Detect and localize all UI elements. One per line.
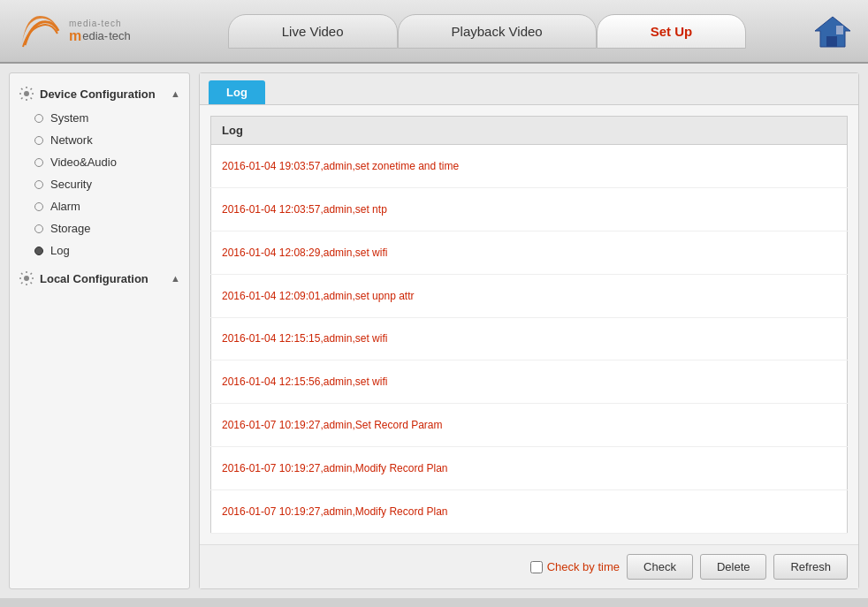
radio-system	[34, 114, 43, 123]
content-wrapper: Device Configuration ▲ System Network Vi…	[0, 64, 868, 598]
log-column-header: Log	[211, 117, 848, 145]
log-entry: 2016-01-04 12:15:15,admin,set wifi	[211, 317, 848, 360]
main-content: Log Log 2016-01-04 19:03:57,admin,set zo…	[199, 72, 859, 589]
radio-log	[34, 247, 43, 255]
svg-point-3	[24, 91, 29, 96]
table-row: 2016-01-04 12:15:56,admin,set wifi	[211, 360, 848, 404]
log-table: Log 2016-01-04 19:03:57,admin,set zoneti…	[210, 116, 848, 534]
sidebar: Device Configuration ▲ System Network Vi…	[9, 72, 190, 589]
log-entry: 2016-01-04 12:09:01,admin,set upnp attr	[211, 274, 848, 317]
log-entry: 2016-01-04 12:08:29,admin,set wifi	[211, 231, 848, 274]
check-button[interactable]: Check	[627, 554, 693, 580]
tab-live-video[interactable]: Live Video	[228, 14, 398, 49]
table-row: 2016-01-04 12:03:57,admin,set ntp	[211, 187, 848, 231]
gear-icon-local	[19, 270, 34, 286]
local-config-section: Local Configuration ▲	[10, 265, 189, 292]
log-tab-button[interactable]: Log	[209, 80, 265, 104]
svg-rect-2	[836, 26, 843, 34]
sidebar-item-log[interactable]: Log	[10, 239, 189, 262]
check-by-time-label[interactable]: Check by time	[530, 560, 620, 573]
log-entry: 2016-01-07 10:19:27,admin,Modify Record …	[211, 447, 848, 490]
table-row: 2016-01-07 10:19:27,admin,Modify Record …	[211, 447, 848, 490]
log-entry: 2016-01-07 10:19:27,admin,Set Record Par…	[211, 404, 848, 447]
delete-button[interactable]: Delete	[700, 554, 767, 580]
check-by-time-text: Check by time	[547, 560, 620, 573]
device-config-label: Device Configuration	[40, 87, 156, 101]
svg-point-4	[24, 276, 29, 281]
home-icon	[813, 13, 852, 49]
log-entry: 2016-01-04 19:03:57,admin,set zonetime a…	[211, 145, 848, 188]
sidebar-item-storage[interactable]: Storage	[10, 217, 189, 239]
logo-text: media-tech m edia- tech	[69, 19, 131, 44]
log-entry: 2016-01-04 12:03:57,admin,set ntp	[211, 187, 848, 231]
local-config-label: Local Configuration	[40, 272, 148, 285]
gear-icon	[19, 86, 34, 102]
local-config-header[interactable]: Local Configuration ▲	[10, 265, 189, 292]
sidebar-item-alarm[interactable]: Alarm	[10, 195, 189, 217]
radio-network	[34, 136, 43, 145]
tab-playback-video[interactable]: Playback Video	[398, 14, 597, 49]
check-by-time-checkbox[interactable]	[530, 561, 543, 573]
refresh-button[interactable]: Refresh	[773, 554, 848, 580]
logo-icon	[18, 11, 62, 51]
table-row: 2016-01-07 10:19:27,admin,Set Record Par…	[211, 404, 848, 447]
table-row: 2016-01-04 12:15:15,admin,set wifi	[211, 317, 848, 360]
radio-storage	[34, 224, 43, 233]
collapse-arrow: ▲	[171, 88, 180, 99]
svg-rect-1	[826, 36, 837, 47]
radio-security	[34, 180, 43, 189]
nav-tabs: Live Video Playback Video Set Up	[177, 14, 797, 49]
device-config-section: Device Configuration ▲ System Network Vi…	[10, 80, 189, 262]
home-icon-area[interactable]	[797, 13, 868, 49]
tab-setup[interactable]: Set Up	[597, 14, 747, 49]
radio-alarm	[34, 202, 43, 211]
radio-video-audio	[34, 158, 43, 167]
local-collapse-arrow: ▲	[171, 273, 180, 284]
device-config-header[interactable]: Device Configuration ▲	[10, 80, 189, 107]
log-entry: 2016-01-07 10:19:27,admin,Modify Record …	[211, 490, 848, 534]
logo-area: media-tech m edia- tech	[0, 11, 177, 51]
sidebar-item-security[interactable]: Security	[10, 173, 189, 195]
sidebar-item-network[interactable]: Network	[10, 129, 189, 151]
bottom-bar: Check by time Check Delete Refresh	[200, 544, 858, 588]
tab-bar: Log	[200, 73, 858, 105]
table-row: 2016-01-04 12:09:01,admin,set upnp attr	[211, 274, 848, 317]
sidebar-item-system[interactable]: System	[10, 107, 189, 129]
log-entry: 2016-01-04 12:15:56,admin,set wifi	[211, 360, 848, 404]
table-row: 2016-01-04 12:08:29,admin,set wifi	[211, 231, 848, 274]
table-row: 2016-01-07 10:19:27,admin,Modify Record …	[211, 490, 848, 534]
log-area: Log 2016-01-04 19:03:57,admin,set zoneti…	[200, 105, 858, 544]
sidebar-item-video-audio[interactable]: Video&Audio	[10, 151, 189, 173]
table-row: 2016-01-04 19:03:57,admin,set zonetime a…	[211, 145, 848, 188]
header: media-tech m edia- tech Live Video Playb…	[0, 0, 868, 64]
